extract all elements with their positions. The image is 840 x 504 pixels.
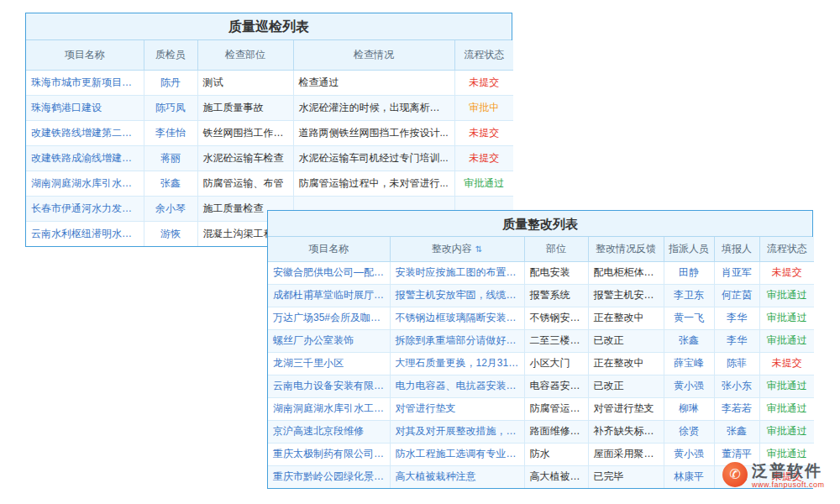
part-cell: 配电安装 xyxy=(524,261,588,284)
assignee-cell: 黄一飞 xyxy=(664,307,714,329)
status-cell: 未提交 xyxy=(759,352,814,375)
project-name-cell[interactable]: 云南水利枢纽潜明水库... xyxy=(26,221,144,246)
column-header-label: 部位 xyxy=(546,243,566,255)
table-row: 改建铁路线增建第二线...李佳怡铁丝网围挡工作检查道路两侧铁丝网围挡工作按设计.… xyxy=(26,120,513,145)
column-header-project-name-cell[interactable]: 项目名称 xyxy=(26,40,144,70)
table-row: 螺丝厂办公室装饰拆除到承重墙部分请做好加固...二至三楼混...已改正张鑫李华审… xyxy=(268,329,814,352)
reporter-cell: 李若若 xyxy=(714,397,759,420)
column-header-assignee-cell[interactable]: 指派人员 xyxy=(664,237,714,261)
column-header-label: 流程状态 xyxy=(464,49,504,60)
table-row: 湖南洞庭湖水库引水工...张鑫防腐管运输、布管防腐管运输过程中，未对管进行...… xyxy=(26,171,513,196)
column-header-label: 填报人 xyxy=(722,243,752,255)
table-row: 珠海市城市更新项目紫...陈丹测试检查通过未提交 xyxy=(26,70,513,95)
inspection-table-header: 项目名称质检员检查部位检查情况流程状态 xyxy=(26,40,513,70)
status-cell: 未提交 xyxy=(454,70,513,95)
project-name-cell[interactable]: 湖南洞庭湖水库引水工... xyxy=(26,171,144,196)
rectification-panel: 质量整改列表 项目名称整改内容⇅部位整改情况反馈指派人员填报人流程状态 安徽合肥… xyxy=(267,210,813,489)
reporter-cell: 李华 xyxy=(714,307,759,329)
column-header-project-name-cell[interactable]: 项目名称 xyxy=(268,237,390,261)
table-row: 龙湖三千里小区大理石质量更换，12月31日之...小区大门正在整改中薛宝峰陈菲未… xyxy=(268,352,814,375)
project-name-cell[interactable]: 成都杜甫草堂临时展厅独立展... xyxy=(268,284,390,307)
project-name-cell[interactable]: 万达广场35#会所及咖啡厅空... xyxy=(268,307,390,329)
status-cell: 审批通过 xyxy=(759,420,814,443)
fanpu-logo-text: 泛普软件 www.fanpusoft.com xyxy=(752,462,825,489)
status-cell: 审批通过 xyxy=(759,397,814,420)
column-header-status-cell[interactable]: 流程状态 xyxy=(759,237,814,261)
project-name-cell[interactable]: 安徽合肥供电公司—配电设备... xyxy=(268,261,390,284)
project-name-cell[interactable]: 珠海市城市更新项目紫... xyxy=(26,70,144,95)
project-name-cell[interactable]: 重庆市黔岭公园绿化景观提升... xyxy=(268,465,390,488)
column-header-label: 指派人员 xyxy=(669,243,709,255)
status-cell: 审批通过 xyxy=(759,284,814,307)
reporter-cell: 李华 xyxy=(714,329,759,352)
status-cell: 审批通过 xyxy=(759,307,814,329)
status-cell: 未提交 xyxy=(454,145,513,171)
column-header-part-cell[interactable]: 部位 xyxy=(524,237,588,261)
column-header-status-cell[interactable]: 流程状态 xyxy=(454,40,513,70)
inspect-part-cell: 铁丝网围挡工作检查 xyxy=(197,120,293,145)
part-cell: 电容器安装... xyxy=(524,375,588,397)
project-name-cell[interactable]: 龙湖三千里小区 xyxy=(268,352,390,375)
table-row: 安徽合肥供电公司—配电设备...安装时应按施工图的布置，将...配电安装配电柜柜… xyxy=(268,261,814,284)
inspect-detail-cell: 水泥砼灌注的时候，出现离析现象 xyxy=(293,95,454,120)
inspect-part-cell: 测试 xyxy=(197,70,293,95)
inspect-detail-cell: 水泥砼运输车司机经过专门培训... xyxy=(293,145,454,171)
project-name-cell[interactable]: 改建铁路线增建第二线... xyxy=(26,120,144,145)
inspector-cell: 陈丹 xyxy=(144,70,197,95)
rectify-content-cell: 大理石质量更换，12月31日之... xyxy=(390,352,524,375)
rectify-content-cell: 防水工程施工选调有专业资质... xyxy=(390,443,524,465)
rectification-panel-title: 质量整改列表 xyxy=(268,211,812,237)
part-cell: 二至三楼混... xyxy=(524,329,588,352)
assignee-cell: 柳琳 xyxy=(664,397,714,420)
feedback-cell: 正在整改中 xyxy=(588,307,664,329)
feedback-cell: 报警主机安放... xyxy=(588,284,664,307)
reporter-cell: 陈菲 xyxy=(714,352,759,375)
status-cell: 审批通过 xyxy=(454,171,513,196)
column-header-reporter-cell[interactable]: 填报人 xyxy=(714,237,759,261)
column-header-inspect-detail-cell[interactable]: 检查情况 xyxy=(293,40,454,70)
project-name-cell[interactable]: 改建铁路成渝线增建第... xyxy=(26,145,144,171)
rectification-table: 项目名称整改内容⇅部位整改情况反馈指派人员填报人流程状态 安徽合肥供电公司—配电… xyxy=(268,237,814,488)
feedback-cell: 对管进行垫支 xyxy=(588,397,664,420)
project-name-cell[interactable]: 螺丝厂办公室装饰 xyxy=(268,329,390,352)
column-header-label: 整改情况反馈 xyxy=(596,243,656,255)
part-cell: 不锈钢安装... xyxy=(524,307,588,329)
project-name-cell[interactable]: 云南电力设备安装有限公司20... xyxy=(268,375,390,397)
table-row: 湖南洞庭湖水库引水工程施工...对管进行垫支防腐管运输...对管进行垫支柳琳李若… xyxy=(268,397,814,420)
project-name-cell[interactable]: 珠海鹤港口建设 xyxy=(26,95,144,120)
fanpu-logo: ✆ 泛普软件 www.fanpusoft.com xyxy=(722,462,825,489)
sort-icon[interactable]: ⇅ xyxy=(475,244,482,254)
feedback-cell: 已改正 xyxy=(588,329,664,352)
project-name-cell[interactable]: 长春市伊通河水力发电... xyxy=(26,196,144,221)
inspector-cell: 陈巧凤 xyxy=(144,95,197,120)
project-name-cell[interactable]: 重庆太极制药有限公司亳州中... xyxy=(268,443,390,465)
rectify-content-cell: 高大植被栽种注意 xyxy=(390,465,524,488)
table-row: 改建铁路成渝线增建第...蒋丽水泥砼运输车检查水泥砼运输车司机经过专门培训...… xyxy=(26,145,513,171)
column-header-feedback-cell[interactable]: 整改情况反馈 xyxy=(588,237,664,261)
inspect-part-cell: 水泥砼运输车检查 xyxy=(197,145,293,171)
table-row: 云南电力设备安装有限公司20...电力电容器、电抗器安装方案,...电容器安装.… xyxy=(268,375,814,397)
table-row: 京沪高速北京段维修对其及对开展整改措施，桥头...路面维修检...补齐缺失标志.… xyxy=(268,420,814,443)
inspect-part-cell: 防腐管运输、布管 xyxy=(197,171,293,196)
reporter-cell: 肖亚军 xyxy=(714,261,759,284)
inspector-cell: 张鑫 xyxy=(144,171,197,196)
rectify-content-cell: 报警主机安放牢固，线缆连接... xyxy=(390,284,524,307)
column-header-label: 质检员 xyxy=(155,49,186,60)
status-cell: 未提交 xyxy=(759,261,814,284)
part-cell: 高大植被栽种 xyxy=(524,465,588,488)
project-name-cell[interactable]: 湖南洞庭湖水库引水工程施工... xyxy=(268,397,390,420)
column-header-inspect-part-cell[interactable]: 检查部位 xyxy=(197,40,293,70)
status-cell: 审批通过 xyxy=(759,329,814,352)
inspect-detail-cell: 检查通过 xyxy=(293,70,454,95)
project-name-cell[interactable]: 京沪高速北京段维修 xyxy=(268,420,390,443)
rectify-content-cell: 安装时应按施工图的布置，将... xyxy=(390,261,524,284)
part-cell: 报警系统 xyxy=(524,284,588,307)
rectification-table-header: 项目名称整改内容⇅部位整改情况反馈指派人员填报人流程状态 xyxy=(268,237,814,261)
part-cell: 防水 xyxy=(524,443,588,465)
column-header-inspector-cell[interactable]: 质检员 xyxy=(144,40,197,70)
header-row: 项目名称质检员检查部位检查情况流程状态 xyxy=(26,40,513,70)
column-header-rectify-content-cell[interactable]: 整改内容⇅ xyxy=(390,237,524,261)
table-row: 万达广场35#会所及咖啡厅空...不锈钢边框玻璃隔断安装不牢...不锈钢安装..… xyxy=(268,307,814,329)
inspect-detail-cell: 道路两侧铁丝网围挡工作按设计... xyxy=(293,120,454,145)
inspector-cell: 蒋丽 xyxy=(144,145,197,171)
